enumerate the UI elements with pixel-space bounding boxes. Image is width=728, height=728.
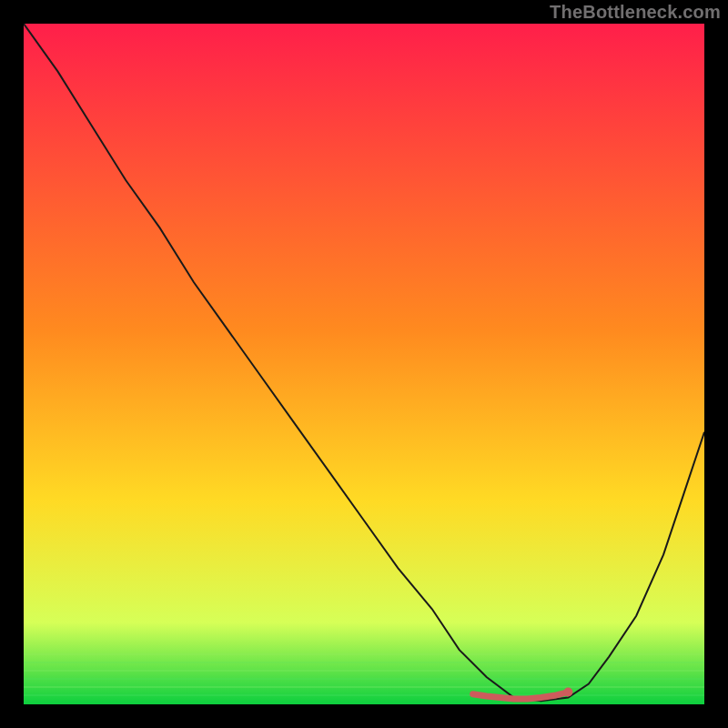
optimal-range-end-dot: [563, 688, 572, 697]
chart-stage: TheBottleneck.com: [0, 0, 728, 728]
plot-area: [24, 24, 704, 704]
chart-svg: [0, 0, 728, 728]
watermark-label: TheBottleneck.com: [550, 2, 721, 23]
